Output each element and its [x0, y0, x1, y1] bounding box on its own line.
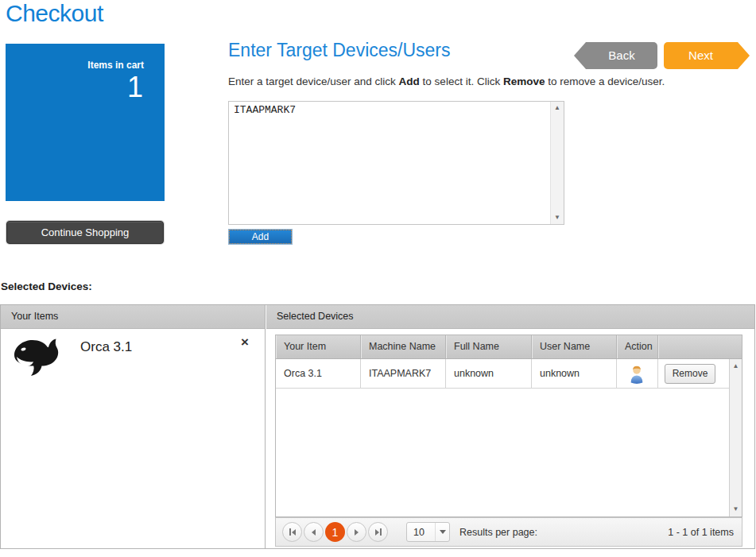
- next-page-icon: [355, 529, 359, 536]
- page-title: Checkout: [6, 0, 103, 27]
- next-arrow-point: [738, 42, 750, 69]
- your-items-header: Your Items: [1, 305, 265, 329]
- first-page-icon: [292, 529, 296, 536]
- prev-page-icon: [312, 529, 316, 536]
- items-info: 1 - 1 of 1 items: [537, 527, 735, 538]
- scroll-down-icon[interactable]: ▼: [730, 504, 742, 515]
- chevron-down-icon: [440, 530, 446, 534]
- cart-summary-box: Items in cart 1: [6, 44, 165, 201]
- next-button[interactable]: Next: [664, 42, 738, 69]
- selected-devices-header: Selected Devices: [266, 305, 754, 329]
- user-icon: [628, 365, 646, 384]
- scroll-up-icon[interactable]: ▲: [551, 103, 564, 114]
- section-heading: Enter Target Devices/Users: [228, 40, 451, 61]
- device-input-scrollbar[interactable]: ▲ ▼: [550, 102, 564, 224]
- column-header-your-item: Your Item: [276, 335, 361, 358]
- back-button[interactable]: Back: [586, 42, 657, 69]
- cart-item-card: Orca 3.1 ×: [1, 329, 265, 548]
- your-items-panel: Your Items Orca 3.1 ×: [1, 305, 266, 548]
- scroll-down-icon[interactable]: ▼: [551, 212, 564, 223]
- last-page-icon: [375, 529, 379, 536]
- current-page-button[interactable]: 1: [325, 522, 345, 542]
- device-input[interactable]: ITAAPMARK7: [229, 102, 550, 224]
- cell-action: [617, 359, 658, 388]
- instruction-part: Enter a target device/user and click: [228, 75, 399, 87]
- cart-item-name: Orca 3.1: [80, 339, 132, 355]
- scroll-up-icon[interactable]: ▲: [730, 361, 742, 372]
- cell-your-item: Orca 3.1: [276, 359, 361, 388]
- instruction-text: Enter a target device/user and click Add…: [228, 75, 665, 87]
- next-page-button[interactable]: [347, 522, 366, 542]
- cell-full-name: unknown: [446, 359, 532, 388]
- page-size-value: 10: [407, 527, 435, 538]
- results-per-page-label: Results per page:: [459, 527, 537, 538]
- instruction-part: to select it. Click: [420, 75, 503, 87]
- instruction-part: to remove a device/user.: [545, 75, 665, 87]
- checkout-page: Checkout Items in cart 1 Continue Shoppi…: [0, 0, 756, 557]
- selected-devices-grid: Your Item Machine Name Full Name User Na…: [275, 335, 742, 517]
- items-in-cart-label: Items in cart: [87, 60, 144, 71]
- continue-shopping-button[interactable]: Continue Shopping: [6, 221, 164, 244]
- back-button-label: Back: [608, 48, 634, 62]
- selected-devices-panel: Selected Devices Your Item Machine Name …: [266, 305, 754, 548]
- column-header-blank: [658, 335, 742, 358]
- remove-item-icon[interactable]: ×: [241, 335, 249, 350]
- last-page-button[interactable]: [368, 522, 388, 542]
- dropdown-arrow[interactable]: [435, 523, 449, 541]
- device-input-container: ITAAPMARK7 ▲ ▼: [228, 101, 564, 225]
- remove-button[interactable]: Remove: [665, 364, 715, 384]
- first-page-button[interactable]: [282, 522, 302, 542]
- grid-header-row: Your Item Machine Name Full Name User Na…: [276, 335, 742, 359]
- selected-devices-label: Selected Devices:: [1, 280, 92, 292]
- orca-icon: [10, 334, 61, 380]
- column-header-full-name: Full Name: [446, 335, 532, 358]
- cell-user-name: unknown: [532, 359, 617, 388]
- last-page-icon: [380, 528, 382, 536]
- column-header-user-name: User Name: [532, 335, 617, 358]
- table-row: Orca 3.1 ITAAPMARK7 unknown unknown: [276, 359, 742, 389]
- instruction-bold-remove: Remove: [503, 75, 545, 87]
- page-size-dropdown[interactable]: 10: [406, 522, 450, 542]
- back-arrow-point: [574, 42, 586, 69]
- instruction-bold-add: Add: [399, 75, 420, 87]
- grid-pager: 1 10 Results per page: 1 - 1 of 1 items: [275, 517, 742, 547]
- column-header-action: Action: [617, 335, 658, 358]
- first-page-icon: [289, 528, 291, 536]
- devices-panel: Your Items Orca 3.1 × Selected Devices Y…: [0, 304, 755, 549]
- next-button-label: Next: [688, 48, 713, 62]
- add-button[interactable]: Add: [229, 230, 292, 244]
- cart-count: 1: [127, 71, 143, 104]
- cell-machine-name: ITAAPMARK7: [361, 359, 446, 388]
- column-header-machine-name: Machine Name: [361, 335, 446, 358]
- grid-scrollbar[interactable]: ▲ ▼: [729, 359, 742, 516]
- prev-page-button[interactable]: [304, 522, 324, 542]
